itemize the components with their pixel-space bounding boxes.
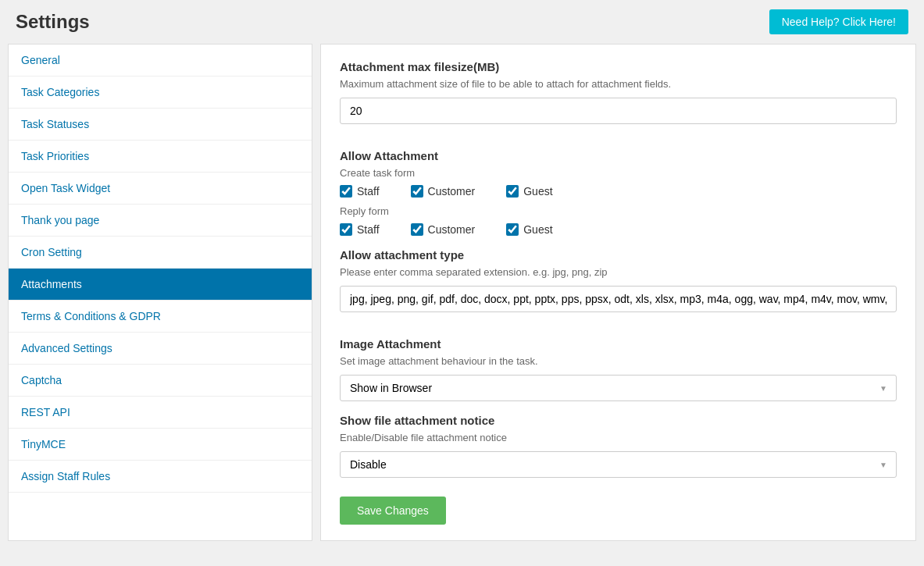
create-task-form-label: Create task form (340, 167, 897, 179)
create-task-form-checkboxes: Staff Customer Guest (340, 185, 897, 198)
reply-guest-checkbox[interactable] (506, 223, 519, 236)
file-attachment-notice-select[interactable]: Disable Enable (340, 451, 897, 478)
sidebar: GeneralTask CategoriesTask StatusesTask … (8, 44, 312, 541)
reply-guest-checkbox-item: Guest (506, 223, 552, 236)
page-title: Settings (16, 11, 90, 33)
create-customer-checkbox-item: Customer (411, 185, 476, 198)
create-staff-label: Staff (357, 185, 380, 198)
help-button[interactable]: Need Help? Click Here! (769, 9, 908, 34)
main-content: Attachment max filesize(MB) Maximum atta… (320, 44, 916, 541)
create-guest-checkbox-item: Guest (506, 185, 552, 198)
create-customer-label: Customer (428, 185, 476, 198)
sidebar-item-rest-api[interactable]: REST API (9, 397, 312, 429)
file-attachment-notice-select-wrapper: Disable Enable (340, 451, 897, 478)
attachment-filesize-desc: Maximum attachment size of file to be ab… (340, 78, 897, 90)
file-attachment-notice-desc: Enable/Disable file attachment notice (340, 432, 897, 443)
reply-form-label: Reply form (340, 205, 897, 217)
sidebar-item-task-priorities[interactable]: Task Priorities (9, 141, 312, 173)
sidebar-item-cron-setting[interactable]: Cron Setting (9, 237, 312, 269)
attachment-filesize-title: Attachment max filesize(MB) (340, 60, 897, 73)
sidebar-item-thank-you-page[interactable]: Thank you page (9, 205, 312, 237)
reply-staff-label: Staff (357, 223, 380, 236)
create-guest-label: Guest (523, 185, 552, 198)
allow-attachment-title: Allow Attachment (340, 149, 897, 162)
reply-form-checkboxes: Staff Customer Guest (340, 223, 897, 236)
sidebar-item-attachments[interactable]: Attachments (9, 269, 312, 301)
reply-customer-checkbox-item: Customer (411, 223, 476, 236)
allow-attachment-section: Allow Attachment Create task form Staff … (340, 149, 897, 236)
create-customer-checkbox[interactable] (411, 185, 423, 198)
sidebar-item-task-categories[interactable]: Task Categories (9, 77, 312, 109)
image-attachment-desc: Set image attachment behaviour in the ta… (340, 355, 897, 367)
sidebar-item-open-task-widget[interactable]: Open Task Widget (9, 173, 312, 205)
file-attachment-notice-section: Show file attachment notice Enable/Disab… (340, 414, 897, 478)
create-staff-checkbox-item: Staff (340, 185, 380, 198)
sidebar-item-general[interactable]: General (9, 44, 312, 77)
image-attachment-title: Image Attachment (340, 337, 897, 351)
reply-staff-checkbox[interactable] (340, 223, 352, 236)
attachment-type-desc: Please enter comma separated extension. … (340, 266, 897, 278)
file-attachment-notice-title: Show file attachment notice (340, 414, 897, 427)
sidebar-item-advanced-settings[interactable]: Advanced Settings (9, 333, 312, 365)
image-attachment-select-wrapper: Show in Browser Download (340, 375, 897, 401)
sidebar-item-task-statuses[interactable]: Task Statuses (9, 109, 312, 141)
sidebar-item-terms--conditions--gdpr[interactable]: Terms & Conditions & GDPR (9, 301, 312, 333)
attachment-filesize-input[interactable] (340, 98, 897, 124)
image-attachment-section: Image Attachment Set image attachment be… (340, 337, 897, 401)
attachment-filesize-section: Attachment max filesize(MB) Maximum atta… (340, 60, 897, 137)
reply-staff-checkbox-item: Staff (340, 223, 380, 236)
create-guest-checkbox[interactable] (506, 185, 519, 198)
sidebar-item-tinymce[interactable]: TinyMCE (9, 429, 312, 461)
reply-customer-label: Customer (428, 223, 476, 236)
reply-customer-checkbox[interactable] (411, 223, 423, 236)
save-changes-button[interactable]: Save Changes (340, 497, 446, 525)
attachment-type-section: Allow attachment type Please enter comma… (340, 248, 897, 325)
create-staff-checkbox[interactable] (340, 185, 352, 198)
attachment-type-title: Allow attachment type (340, 248, 897, 262)
reply-guest-label: Guest (523, 223, 552, 236)
attachment-type-input[interactable] (340, 286, 897, 312)
image-attachment-select[interactable]: Show in Browser Download (340, 375, 897, 401)
sidebar-item-assign-staff-rules[interactable]: Assign Staff Rules (9, 461, 312, 493)
sidebar-item-captcha[interactable]: Captcha (9, 365, 312, 397)
